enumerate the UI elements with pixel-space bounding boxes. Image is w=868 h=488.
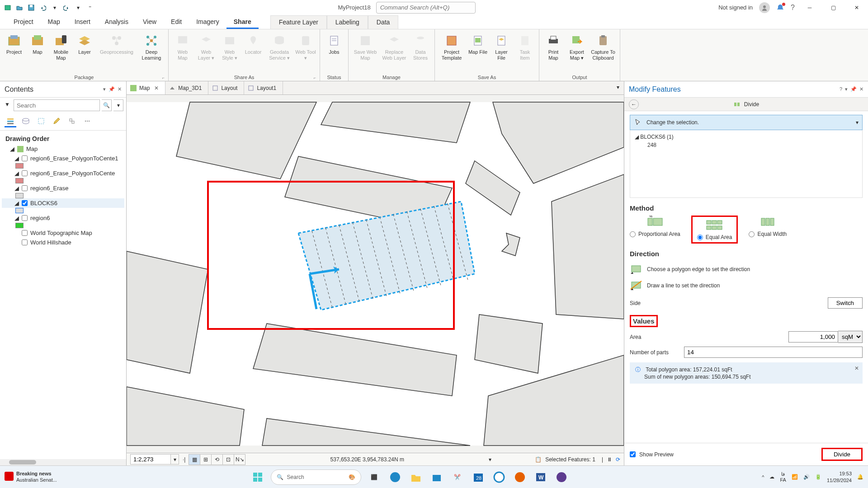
tab-insert[interactable]: Insert [67,15,98,29]
ribbon-web-style[interactable]: Web Style ▾ [218,31,241,63]
method-equal-area[interactable]: Equal Area [691,216,738,244]
sel-layer[interactable]: ◢ BLOCKS6 (1) [635,134,858,140]
sb-snap-btn[interactable]: ⊞ [200,454,212,465]
ribbon-print-map[interactable]: Print Map [542,31,565,63]
sel-oid[interactable]: 248 [635,142,858,148]
filter-icon[interactable]: ▼ [3,99,12,111]
back-button[interactable]: ← [629,99,639,109]
sb-dyn-constraints-btn[interactable]: N↘ [234,454,245,465]
dialog-launcher-icon[interactable]: ⌐ [162,75,165,80]
area-input[interactable] [788,331,838,343]
undo-dropdown-icon[interactable]: ▾ [50,3,60,13]
chevron-down-icon[interactable]: ▾ [845,86,848,92]
help-icon[interactable]: ? [791,4,795,12]
tab-analysis[interactable]: Analysis [98,15,136,29]
minimize-button[interactable]: ─ [801,1,818,14]
toc-layer-region6-2[interactable]: ◢region6_Erase_PolygonToCente [2,169,124,178]
toc-layer-blocks6[interactable]: ◢BLOCKS6 [2,198,124,208]
snipping-icon[interactable]: ✂️ [450,469,465,485]
save-icon[interactable] [26,3,36,13]
tab-feature-layer[interactable]: Feature Layer [270,15,327,29]
start-button[interactable] [250,469,265,485]
sb-correction-btn[interactable]: ⟲ [211,454,223,465]
coords-dropdown-icon[interactable]: ▾ [489,456,491,463]
redo-icon[interactable] [61,3,71,13]
view-tab-layout[interactable]: Layout [208,81,244,94]
taskbar-left[interactable]: Breaking news Australian Senat... [5,471,57,483]
search-input[interactable] [14,99,100,111]
horizontal-scrollbar[interactable] [0,459,126,465]
tab-labeling[interactable]: Labeling [327,15,368,29]
ribbon-map-package[interactable]: Map [26,31,49,57]
app-icon[interactable] [554,469,569,485]
clock[interactable]: 19:5311/28/2024 [827,470,852,483]
ribbon-locator[interactable]: Locator [242,31,264,57]
undo-icon[interactable] [38,3,48,13]
tab-view[interactable]: View [136,15,164,29]
pause-icon[interactable]: ⏸ [607,456,612,463]
ribbon-deep-learning[interactable]: Deep Learning [137,31,165,63]
help-icon[interactable]: ? [840,86,842,92]
qat-customize-icon[interactable]: ⁼ [85,3,95,13]
view-tab-map3d[interactable]: Map_3D1 [165,81,208,94]
copilot-icon[interactable] [491,469,507,485]
change-selection-bar[interactable]: Change the selection. ▾ [630,115,863,130]
toc-layer-hillshade[interactable]: World Hillshade [2,238,124,247]
divide-button[interactable]: Divide [821,448,863,461]
method-equal-width[interactable]: Equal Width [749,216,787,244]
tab-data[interactable]: Data [368,15,399,29]
ribbon-layer-package[interactable]: Layer [73,31,96,57]
chevron-down-icon[interactable]: ▾ [856,119,859,126]
method-proportional[interactable]: % Proportional Area [630,216,680,244]
notifications-icon[interactable] [776,4,784,12]
new-project-icon[interactable] [3,3,13,13]
ribbon-web-map[interactable]: Web Map [171,31,194,63]
close-icon[interactable]: ✕ [118,86,122,92]
scale-input[interactable] [131,455,170,464]
toc-tab-more[interactable]: ⋯ [81,116,93,127]
explorer-icon[interactable] [408,469,424,485]
close-button[interactable]: ✕ [848,1,865,14]
ribbon-map-file[interactable]: Map File [467,31,489,57]
toc-tab-editing[interactable] [51,116,62,127]
ribbon-replace-weblayer[interactable]: Replace Web Layer [380,31,408,63]
maximize-button[interactable]: ▢ [825,1,842,14]
scale-box[interactable]: ▾ [130,454,179,465]
direction-edge[interactable]: Choose a polygon edge to set the directi… [630,261,863,277]
ribbon-capture-clipboard[interactable]: Capture To Clipboard [589,31,617,63]
ribbon-web-tool[interactable]: Web Tool ▾ [294,31,317,63]
toc-map-frame[interactable]: ◢Map [2,144,124,154]
ribbon-project-package[interactable]: Project [3,31,25,57]
taskbar-search[interactable]: 🔍Search🎨 [271,469,361,485]
tab-project[interactable]: Project [6,15,41,29]
view-tab-map[interactable]: Map✕ [127,81,165,94]
switch-button[interactable]: Switch [828,297,863,309]
search-icon[interactable]: 🔍 [102,99,112,111]
calendar-icon[interactable]: 28 [471,469,486,485]
ribbon-jobs[interactable]: Jobs [323,31,345,57]
notifications-icon[interactable]: 🔔 [857,474,863,480]
task-view-icon[interactable]: ⬛ [367,469,382,485]
chevron-down-icon[interactable]: ▾ [103,86,106,92]
chevron-up-icon[interactable]: ^ [762,474,764,480]
signin-label[interactable]: Not signed in [718,4,753,11]
toc-layer-region6-erase[interactable]: ◢region6_Erase [2,183,124,193]
toc-layer-region6-1[interactable]: ◢region6_Erase_PolygonToCente1 [2,154,124,163]
toc-tab-drawing-order[interactable] [5,116,16,127]
toc-layer-region6[interactable]: ◢region6 [2,213,124,223]
sb-inference-btn[interactable]: ⊡ [222,454,234,465]
ribbon-geodata-service[interactable]: Geodata Service ▾ [265,31,293,63]
scale-dropdown-icon[interactable]: ▾ [170,455,179,464]
news-widget[interactable]: Breaking news Australian Senat... [5,471,57,483]
tab-share[interactable]: Share [226,15,259,29]
volume-icon[interactable]: 🔊 [803,474,810,480]
direction-line[interactable]: Draw a line to set the direction [630,277,863,294]
map-canvas[interactable] [127,95,624,453]
language-indicator[interactable]: فاFA [780,471,786,482]
parts-input[interactable] [684,347,863,358]
close-icon[interactable]: ✕ [859,86,863,92]
toc-tab-selection[interactable] [35,116,47,127]
toc-layer-topo[interactable]: World Topographic Map [2,228,124,238]
ribbon-geoprocessing[interactable]: Geoprocessing [97,31,137,57]
sb-grid-btn[interactable]: ▦ [189,454,200,465]
